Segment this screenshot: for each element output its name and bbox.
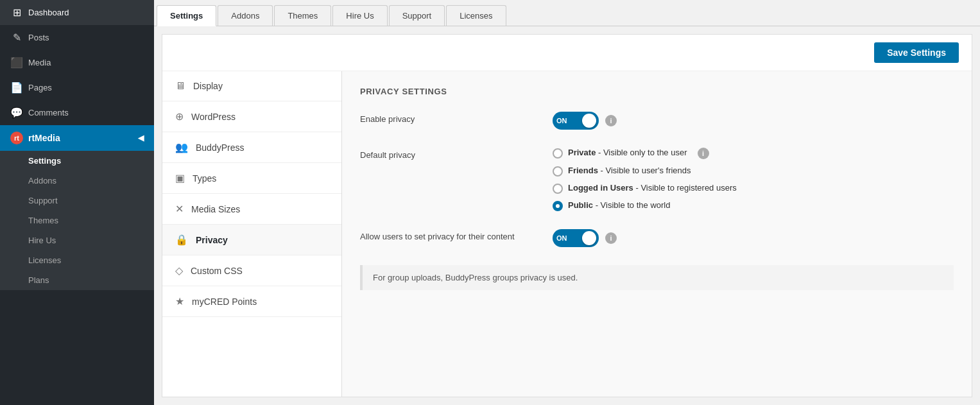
sidebar-submenu-hire-us[interactable]: Hire Us <box>0 230 154 250</box>
sidebar: ⊞ Dashboard ✎ Posts ⬛ Media 📄 Pages 💬 Co… <box>0 0 154 405</box>
sub-nav-custom-css-label: Custom CSS <box>191 266 243 276</box>
sub-nav-wordpress[interactable]: ⊕ WordPress <box>162 101 341 132</box>
enable-privacy-toggle-knob <box>582 114 596 128</box>
sub-nav-types[interactable]: ▣ Types <box>162 163 341 194</box>
enable-privacy-toggle-label: ON <box>556 117 567 125</box>
enable-privacy-control: ON i <box>553 112 954 130</box>
tab-addons[interactable]: Addons <box>218 5 273 26</box>
privacy-icon: 🔒 <box>175 234 188 246</box>
tab-settings[interactable]: Settings <box>157 5 216 26</box>
media-sizes-icon: ✕ <box>175 203 184 215</box>
enable-privacy-info-icon[interactable]: i <box>605 115 617 126</box>
panel-title: PRIVACY SETTINGS <box>360 87 954 96</box>
comments-icon: 💬 <box>10 107 23 119</box>
rtmedia-submenu: Settings Addons Support Themes Hire Us L… <box>0 151 154 290</box>
radio-public-label: Public - Visible to the world <box>568 200 670 210</box>
private-info-icon[interactable]: i <box>698 148 709 159</box>
enable-privacy-toggle-wrap: ON i <box>553 112 954 130</box>
sidebar-item-comments[interactable]: 💬 Comments <box>0 100 154 125</box>
dashboard-icon: ⊞ <box>10 6 23 19</box>
allow-users-privacy-toggle[interactable]: ON <box>553 229 599 247</box>
radio-group: Private - Visible only to the user i Fri… <box>553 148 954 211</box>
allow-users-privacy-label: Allow users to set privacy for their con… <box>360 229 540 241</box>
pages-icon: 📄 <box>10 82 23 94</box>
sidebar-submenu-licenses[interactable]: Licenses <box>0 250 154 270</box>
default-privacy-row: Default privacy Private - Visible only t… <box>360 148 954 211</box>
tab-support[interactable]: Support <box>389 5 445 26</box>
sub-nav-display-label: Display <box>193 81 223 91</box>
main-content: Settings Addons Themes Hire Us Support L… <box>154 0 980 405</box>
allow-users-privacy-toggle-knob <box>582 231 596 245</box>
radio-logged-in-circle <box>553 184 563 194</box>
enable-privacy-row: Enable privacy ON i <box>360 112 954 130</box>
default-privacy-control: Private - Visible only to the user i Fri… <box>553 148 954 211</box>
buddypress-icon: 👥 <box>175 141 188 153</box>
mycred-icon: ★ <box>175 295 184 307</box>
sidebar-item-media[interactable]: ⬛ Media <box>0 50 154 75</box>
sub-nav: 🖥 Display ⊕ WordPress 👥 BuddyPress ▣ Typ… <box>162 71 342 397</box>
sidebar-submenu-themes[interactable]: Themes <box>0 211 154 230</box>
allow-users-privacy-row: Allow users to set privacy for their con… <box>360 229 954 247</box>
wordpress-icon: ⊕ <box>175 110 184 123</box>
custom-css-icon: ◇ <box>175 264 183 277</box>
settings-panel: PRIVACY SETTINGS Enable privacy ON i <box>342 71 972 397</box>
rtmedia-badge: rt <box>10 132 23 144</box>
radio-private-label: Private - Visible only to the user <box>568 148 687 157</box>
sub-nav-media-sizes[interactable]: ✕ Media Sizes <box>162 194 341 225</box>
radio-private-circle <box>553 148 563 159</box>
save-bar: Save Settings <box>162 35 972 71</box>
save-settings-button[interactable]: Save Settings <box>874 42 959 63</box>
sidebar-submenu-support[interactable]: Support <box>0 191 154 211</box>
sidebar-item-pages[interactable]: 📄 Pages <box>0 75 154 100</box>
sidebar-item-posts-label: Posts <box>28 33 49 42</box>
default-privacy-label: Default privacy <box>360 148 540 160</box>
info-note: For group uploads, BuddyPress groups pri… <box>360 265 954 290</box>
sidebar-item-media-label: Media <box>28 58 51 67</box>
types-icon: ▣ <box>175 172 185 184</box>
sub-nav-mycred-points[interactable]: ★ myCRED Points <box>162 286 341 317</box>
media-icon: ⬛ <box>10 56 23 69</box>
posts-icon: ✎ <box>10 31 23 44</box>
sidebar-submenu-plans[interactable]: Plans <box>0 270 154 290</box>
allow-users-info-icon[interactable]: i <box>605 232 617 244</box>
display-icon: 🖥 <box>175 80 185 92</box>
radio-logged-in[interactable]: Logged in Users - Visible to registered … <box>553 183 954 194</box>
tab-licenses[interactable]: Licenses <box>446 5 506 26</box>
tab-hire-us[interactable]: Hire Us <box>332 5 387 26</box>
sidebar-item-pages-label: Pages <box>28 83 52 92</box>
radio-public[interactable]: Public - Visible to the world <box>553 200 954 211</box>
sidebar-item-dashboard[interactable]: ⊞ Dashboard <box>0 0 154 25</box>
sub-nav-types-label: Types <box>193 173 216 184</box>
sub-nav-buddypress-label: BuddyPress <box>196 142 244 153</box>
allow-users-privacy-control: ON i <box>553 229 954 247</box>
sidebar-item-dashboard-label: Dashboard <box>28 8 69 17</box>
tab-themes[interactable]: Themes <box>274 5 331 26</box>
allow-users-privacy-toggle-label: ON <box>556 234 567 242</box>
sidebar-rtmedia-header[interactable]: rt rtMedia ◀ <box>0 125 154 151</box>
sub-nav-mycred-label: myCRED Points <box>192 297 257 307</box>
enable-privacy-label: Enable privacy <box>360 112 540 124</box>
sidebar-item-posts[interactable]: ✎ Posts <box>0 25 154 50</box>
rtmedia-label: rtMedia <box>28 133 60 143</box>
rtmedia-arrow: ◀ <box>138 134 144 142</box>
inner-wrapper: Save Settings 🖥 Display ⊕ WordPress 👥 <box>162 34 972 397</box>
sub-nav-custom-css[interactable]: ◇ Custom CSS <box>162 255 341 286</box>
tabs-bar: Settings Addons Themes Hire Us Support L… <box>154 0 980 26</box>
sub-nav-buddypress[interactable]: 👥 BuddyPress <box>162 132 341 163</box>
sidebar-submenu-settings[interactable]: Settings <box>0 151 154 171</box>
sidebar-item-comments-label: Comments <box>28 108 69 117</box>
sub-nav-media-sizes-label: Media Sizes <box>191 204 240 214</box>
radio-logged-in-label: Logged in Users - Visible to registered … <box>568 183 737 193</box>
content-area: Save Settings 🖥 Display ⊕ WordPress 👥 <box>154 26 980 405</box>
radio-friends-circle <box>553 166 563 177</box>
sub-nav-privacy-label: Privacy <box>196 235 228 245</box>
radio-public-circle <box>553 201 563 211</box>
allow-users-privacy-toggle-wrap: ON i <box>553 229 954 247</box>
sub-nav-wordpress-label: WordPress <box>191 112 236 122</box>
sidebar-submenu-addons[interactable]: Addons <box>0 171 154 191</box>
radio-friends[interactable]: Friends - Visible to user's friends <box>553 166 954 177</box>
sub-nav-privacy[interactable]: 🔒 Privacy <box>162 225 341 255</box>
radio-private[interactable]: Private - Visible only to the user i <box>553 148 954 159</box>
sub-nav-display[interactable]: 🖥 Display <box>162 71 341 101</box>
enable-privacy-toggle[interactable]: ON <box>553 112 599 130</box>
